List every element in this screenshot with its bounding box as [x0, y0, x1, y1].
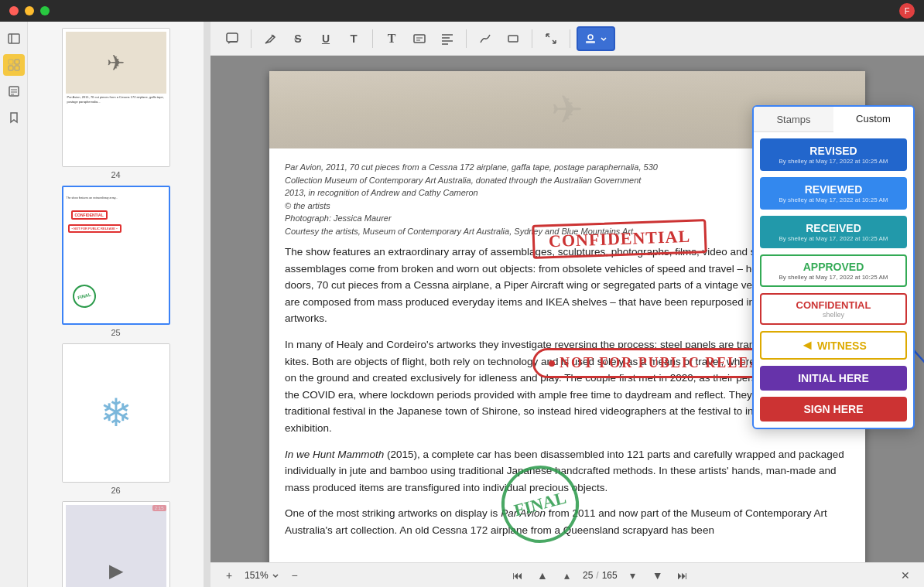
- stamp-revised-sublabel: By shelley at May 17, 2022 at 10:25 AM: [771, 158, 896, 165]
- thumb25-stamp-notpublic: • NOT FOR PUBLIC RELEASE •: [68, 224, 121, 233]
- stamp-confidential-sublabel: shelley: [771, 311, 896, 319]
- stamp-item-approved[interactable]: APPROVED By shelley at May 17, 2022 at 1…: [758, 253, 909, 288]
- bookmark-button[interactable]: [3, 107, 25, 128]
- titlebar: F: [0, 0, 924, 22]
- zoom-in-button[interactable]: +: [220, 566, 238, 585]
- draw-tool-button[interactable]: [473, 26, 498, 51]
- toolbar-sep-2: [372, 29, 373, 48]
- thumb25-stamp-confidential: CONFIDENTIAL: [71, 210, 108, 220]
- textbox-tool-button[interactable]: [407, 26, 432, 51]
- svg-rect-3: [15, 60, 19, 64]
- shape-tool-button[interactable]: [501, 26, 525, 51]
- stamp-item-reviewed[interactable]: REVIEWED By shelley at May 17, 2022 at 1…: [758, 176, 909, 211]
- text-color-tool-button[interactable]: T: [341, 26, 366, 51]
- toolbar-sep-4: [532, 29, 532, 48]
- bottom-bar: + 151% − ⏮ ▲ ▴ 25 / 165 ▾ ▼ ⏭ ✕: [210, 562, 924, 587]
- zoom-dropdown-icon: [272, 572, 279, 579]
- total-pages: 165: [602, 570, 618, 581]
- stamp-reviewed-sublabel: By shelley at May 17, 2022 at 10:25 AM: [771, 196, 896, 203]
- content-area: S U T T: [210, 22, 924, 587]
- thumbnail-26[interactable]: ❄ 26: [34, 343, 197, 495]
- svg-rect-18: [508, 36, 518, 42]
- current-page: 25: [583, 570, 593, 581]
- annotation-list-button[interactable]: [3, 80, 25, 102]
- maximize-button[interactable]: [40, 6, 50, 15]
- comment-tool-button[interactable]: [220, 26, 245, 51]
- zoom-display: 151%: [245, 570, 279, 581]
- toolbar: S U T T: [210, 22, 924, 56]
- minimize-button[interactable]: [25, 6, 34, 15]
- thumbnail-27-image: 2:15 ▶: [62, 501, 170, 587]
- stamp-tool-button[interactable]: [577, 26, 615, 51]
- first-page-button[interactable]: ⏮: [508, 566, 527, 585]
- svg-rect-20: [586, 41, 595, 43]
- pdf-viewer[interactable]: ✈ Par Avion, 2011, 70 cut pieces from a …: [210, 56, 924, 562]
- thumbnail-25-image: The show features an extraordinary array…: [62, 186, 170, 325]
- stamp-received-label: RECEIVED: [806, 222, 861, 234]
- stamp-received-sublabel: By shelley at May 17, 2022 at 10:25 AM: [771, 235, 896, 242]
- stamp-sign-label: SIGN HERE: [803, 403, 863, 415]
- svg-rect-11: [414, 35, 425, 43]
- underline-tool-button[interactable]: U: [313, 26, 338, 51]
- stamps-tabs: Stamps Custom: [754, 107, 913, 132]
- expand-tool-button[interactable]: [539, 26, 563, 51]
- left-sidebar: [0, 22, 28, 587]
- thumbnail-27[interactable]: 2:15 ▶ 27: [34, 501, 197, 587]
- stamp-item-confidential[interactable]: CONFIDENTIAL shelley: [758, 292, 909, 326]
- resize-handle[interactable]: [204, 22, 210, 587]
- thumbnail-panel: ✈ Par Avion, 2011, 70 cut pieces from a …: [28, 22, 204, 587]
- thumbnail-25-number: 25: [111, 328, 120, 337]
- stamps-panel: Stamps Custom REVISED By shelley at May …: [752, 105, 915, 429]
- stamp-witness-label: WITNESS: [817, 340, 867, 352]
- svg-rect-10: [227, 33, 238, 42]
- stamp-approved-sublabel: By shelley at May 17, 2022 at 10:25 AM: [771, 274, 896, 281]
- stamp-tool-container: [577, 26, 615, 51]
- toolbar-sep-5: [570, 29, 570, 48]
- next-page-small-button[interactable]: ▾: [624, 566, 642, 585]
- stamp-item-revised[interactable]: REVISED By shelley at May 17, 2022 at 10…: [758, 137, 909, 172]
- stamp-item-received[interactable]: RECEIVED By shelley at May 17, 2022 at 1…: [758, 214, 909, 250]
- zoom-out-button[interactable]: −: [286, 566, 304, 585]
- svg-rect-5: [15, 66, 19, 70]
- stamps-list: REVISED By shelley at May 17, 2022 at 10…: [754, 132, 913, 428]
- text-tool-button[interactable]: T: [379, 26, 404, 51]
- pen-tool-button[interactable]: [258, 26, 282, 51]
- sidebar-toggle-button[interactable]: [3, 28, 25, 49]
- toolbar-sep-1: [251, 29, 252, 48]
- thumbnail-25[interactable]: The show features an extraordinary array…: [34, 186, 197, 337]
- svg-rect-4: [9, 66, 13, 70]
- next-page-button[interactable]: ▼: [649, 566, 667, 585]
- stamp-notpublic-text: NOT FOR PUBLIC RELEASE: [560, 355, 781, 371]
- close-viewer-button[interactable]: ✕: [896, 566, 915, 585]
- stamp-confidential-label: CONFIDENTIAL: [771, 299, 896, 311]
- thumbnail-24-image: ✈ Par Avion, 2011, 70 cut pieces from a …: [62, 28, 170, 167]
- stamp-initial-label: INITIAL HERE: [798, 372, 869, 384]
- page-indicator: 25 / 165: [583, 570, 618, 581]
- align-tool-button[interactable]: [435, 26, 460, 51]
- thumbnail-24-number: 24: [111, 170, 120, 179]
- stamp-reviewed-label: REVIEWED: [805, 183, 863, 196]
- toolbar-sep-3: [466, 29, 467, 48]
- thumbnail-26-image: ❄: [62, 343, 170, 483]
- close-button[interactable]: [9, 6, 19, 15]
- stamp-approved-label: APPROVED: [803, 261, 864, 273]
- stamp-item-witness[interactable]: ◄ WITNESS: [758, 329, 909, 361]
- page-separator: /: [596, 570, 598, 581]
- stamps-tab-stamps[interactable]: Stamps: [754, 107, 833, 131]
- thumbnail-26-number: 26: [111, 486, 120, 495]
- prev-page-button[interactable]: ▲: [533, 566, 552, 585]
- thumbnail-view-button[interactable]: [3, 54, 25, 76]
- stamp-item-sign[interactable]: SIGN HERE: [758, 395, 909, 423]
- svg-rect-0: [9, 34, 19, 43]
- stamps-tab-custom[interactable]: Custom: [833, 107, 913, 132]
- svg-rect-2: [9, 60, 13, 64]
- last-page-button[interactable]: ⏭: [673, 566, 692, 585]
- stamp-revised-label: REVISED: [809, 145, 857, 157]
- prev-page-small-button[interactable]: ▴: [558, 566, 577, 585]
- witness-arrow-icon: ◄: [800, 337, 814, 353]
- svg-point-19: [588, 35, 593, 39]
- user-avatar[interactable]: F: [899, 3, 915, 19]
- strikethrough-tool-button[interactable]: S: [286, 26, 310, 51]
- thumbnail-24[interactable]: ✈ Par Avion, 2011, 70 cut pieces from a …: [34, 28, 197, 179]
- stamp-item-initial[interactable]: INITIAL HERE: [758, 364, 909, 392]
